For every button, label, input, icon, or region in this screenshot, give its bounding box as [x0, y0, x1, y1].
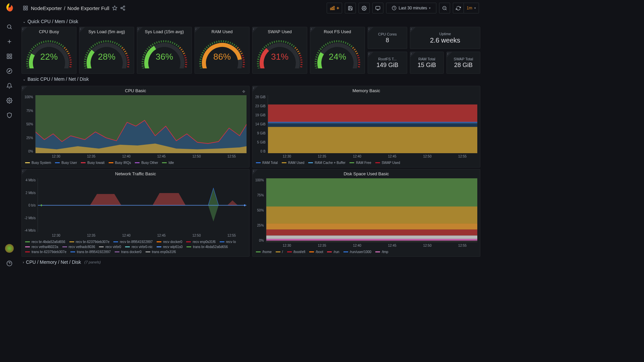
dashboards-icon[interactable] — [3, 50, 16, 63]
info-icon[interactable] — [22, 169, 27, 175]
legend-item[interactable]: Busy User — [55, 161, 77, 165]
legend-item[interactable]: SWAP Used — [375, 161, 400, 165]
gauge-panel-4[interactable]: SWAP Used 31% — [252, 27, 307, 74]
panel-disk-space-used-basic[interactable]: Disk Space Used Basic 100%75%50%25%0% — [252, 169, 480, 257]
legend-item[interactable]: /boot/efi — [287, 250, 306, 254]
explore-icon[interactable] — [3, 64, 16, 78]
info-icon[interactable] — [79, 27, 85, 33]
legend-item[interactable]: trans br-4bda52a6d656 — [186, 245, 228, 249]
legend-item[interactable]: trans br-8f9541922897 — [70, 250, 111, 254]
breadcrumb-folder[interactable]: NodeExporter — [31, 5, 62, 11]
legend-item[interactable]: Busy IRQs — [109, 161, 131, 165]
settings-button[interactable] — [359, 3, 370, 13]
legend-item[interactable]: RAM Total — [256, 161, 278, 165]
legend-item[interactable]: RAM Used — [282, 161, 304, 165]
refresh-button[interactable] — [453, 3, 464, 13]
legend-item[interactable]: recv virbr0 — [99, 245, 121, 249]
legend-label: Busy IRQs — [115, 161, 131, 165]
legend-item[interactable]: /run — [327, 250, 339, 254]
drag-handle-icon[interactable]: ✥ — [242, 89, 245, 94]
legend-item[interactable]: recv virbr0-nic — [125, 245, 153, 249]
legend-item[interactable]: trans docker0 — [115, 250, 142, 254]
stat-uptime[interactable]: Uptime2.6 weeks — [410, 27, 480, 49]
legend-item[interactable]: recv enp0s31f6 — [186, 240, 215, 244]
legend-item[interactable]: recv br-4bda52a6d656 — [25, 240, 65, 244]
panel-memory-basic[interactable]: Memory Basic 28 GiB23 GiB19 GiB14 GiB9 G… — [252, 86, 480, 168]
legend-swatch — [115, 251, 119, 252]
svg-line-78 — [86, 54, 88, 55]
gauge-panel-0[interactable]: CPU Busy 22% — [21, 27, 76, 74]
plus-icon[interactable] — [3, 35, 16, 48]
legend-item[interactable]: /boot — [309, 250, 323, 254]
add-panel-button[interactable]: + — [327, 3, 342, 13]
info-icon[interactable] — [447, 52, 452, 57]
legend-item[interactable]: recv br-62379deb307e — [69, 240, 110, 244]
legend-item[interactable]: RAM Free — [350, 161, 371, 165]
gauge-panel-3[interactable]: RAM Used 86% — [195, 27, 250, 74]
stat-cpu-cores[interactable]: CPU Cores8 — [368, 27, 407, 49]
user-avatar[interactable] — [5, 244, 14, 253]
legend-item[interactable]: trans enp0s31f6 — [146, 250, 176, 254]
info-icon[interactable] — [22, 86, 27, 92]
info-icon[interactable] — [22, 27, 27, 33]
info-icon[interactable] — [137, 27, 143, 33]
legend-item[interactable]: recv lo — [220, 240, 236, 244]
legend-item[interactable]: /tmp — [375, 250, 388, 254]
legend-item[interactable]: / — [276, 250, 283, 254]
legend-item[interactable]: RAM Cache + Buffer — [308, 161, 345, 165]
grafana-logo-icon[interactable] — [5, 3, 14, 12]
row-cpu-memory-net-disk[interactable]: › CPU / Memory / Net / Disk (7 panels) — [21, 257, 480, 267]
refresh-interval-picker[interactable]: 1m▾ — [464, 3, 479, 13]
axis-tick: 75% — [26, 109, 33, 113]
axis-tick: 12:55 — [227, 234, 236, 237]
svg-line-197 — [272, 42, 273, 44]
gauge-panel-1[interactable]: Sys Load (5m avg) 28% — [79, 27, 134, 74]
info-icon[interactable] — [253, 27, 258, 33]
search-icon[interactable] — [3, 20, 16, 34]
panel-cpu-basic[interactable]: CPU Basic ✥ 100%75%50%25%0% — [21, 86, 250, 168]
svg-point-0 — [7, 25, 11, 28]
gauge-panel-5[interactable]: Root FS Used 24% — [310, 27, 365, 74]
breadcrumb[interactable]: NodeExporter / Node Exporter Full — [31, 5, 109, 11]
info-icon[interactable] — [253, 169, 258, 175]
info-icon[interactable] — [195, 27, 200, 33]
legend-item[interactable]: recv vetha46022a — [25, 245, 58, 249]
help-icon[interactable] — [3, 257, 16, 270]
bell-icon[interactable] — [3, 79, 16, 93]
star-icon[interactable] — [112, 5, 117, 11]
legend-item[interactable]: Busy Other — [135, 161, 158, 165]
breadcrumb-dashboard[interactable]: Node Exporter Full — [67, 5, 109, 11]
legend-item[interactable]: /home — [256, 250, 272, 254]
stat-swap-total[interactable]: SWAP Total28 GiB — [446, 52, 480, 74]
legend-item[interactable]: recv wlp61s0 — [157, 245, 182, 249]
row-basic-cpu-mem-net-disk[interactable]: ⌄ Basic CPU / Mem / Net / Disk — [21, 74, 480, 84]
legend-item[interactable]: recv docker0 — [157, 240, 182, 244]
info-icon[interactable] — [368, 27, 373, 33]
row-quick-cpu-mem-disk[interactable]: ⌄ Quick CPU / Mem / Disk — [21, 16, 480, 27]
legend-item[interactable]: Idle — [162, 161, 174, 165]
legend-item[interactable]: recv vethadc8036 — [62, 245, 95, 249]
legend-item[interactable]: recv br-8f9541922897 — [113, 240, 153, 244]
legend-item[interactable]: Busy Iowait — [81, 161, 104, 165]
legend-item[interactable]: /run/user/1000 — [343, 250, 372, 254]
legend-item[interactable]: Busy System — [25, 161, 51, 165]
gear-icon[interactable] — [3, 94, 16, 107]
save-button[interactable] — [345, 3, 356, 13]
info-icon[interactable] — [410, 27, 416, 33]
stat-rootfs-total[interactable]: RootFS T...149 GiB — [368, 52, 407, 74]
info-icon[interactable] — [368, 52, 373, 57]
panel-network-traffic-basic[interactable]: Network Traffic Basic 4 Mb/s2 Mb/s0 b/s-… — [21, 169, 250, 257]
legend-item[interactable]: trans br-62379deb307e — [25, 250, 66, 254]
gauge-panel-2[interactable]: Sys Load (15m avg) 36% — [137, 27, 192, 74]
monitor-button[interactable] — [372, 3, 383, 13]
share-icon[interactable] — [120, 5, 125, 11]
stat-ram-total[interactable]: RAM Total15 GiB — [410, 52, 444, 74]
info-icon[interactable] — [310, 27, 316, 33]
shield-icon[interactable] — [3, 109, 16, 122]
info-icon[interactable] — [253, 86, 258, 92]
time-range-picker[interactable]: Last 30 minutes ▾ — [386, 3, 436, 13]
legend-label: /tmp — [382, 250, 388, 254]
axis-tick: 12:45 — [157, 234, 166, 237]
info-icon[interactable] — [410, 52, 416, 57]
zoom-out-button[interactable] — [439, 3, 450, 13]
